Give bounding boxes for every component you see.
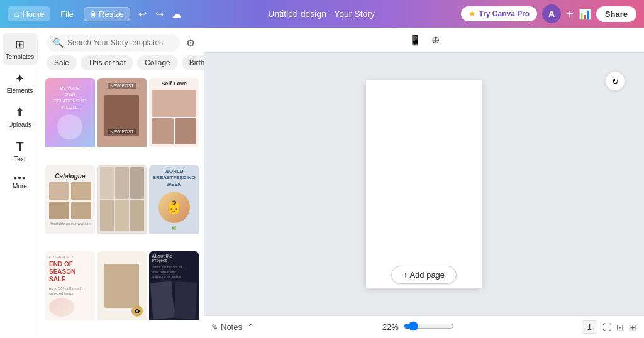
tag-birthday[interactable]: Birthday xyxy=(182,55,204,70)
canvas-page[interactable] xyxy=(366,80,482,288)
hide-panels-button[interactable]: ⌃ xyxy=(247,322,255,332)
template-card[interactable]: BE YOUROWNRELATIONSHIPMODEL xyxy=(45,78,95,162)
redo-button[interactable]: ↪ xyxy=(152,7,167,21)
tag-row: Sale This or that Collage Birthday › xyxy=(40,55,204,75)
template-card[interactable] xyxy=(97,165,147,249)
topbar: ⌂ Home File ◉ Resize ↩ ↪ ☁ Untitled desi… xyxy=(0,0,644,28)
notes-icon: ✎ xyxy=(211,322,218,332)
page-number: 1 xyxy=(582,320,597,334)
canvas-content: ↻ + Add page xyxy=(204,53,644,315)
sidebar-more-label: More xyxy=(13,183,27,190)
sidebar-item-templates[interactable]: ⊞ Templates xyxy=(3,33,38,65)
sidebar-uploads-label: Uploads xyxy=(8,121,31,128)
zoom-slider-wrap xyxy=(404,321,454,334)
sidebar-templates-label: Templates xyxy=(6,53,35,60)
undo-button[interactable]: ↩ xyxy=(135,7,150,21)
bottom-left: ✎ Notes ⌃ xyxy=(211,322,255,332)
try-canva-pro-button[interactable]: ★ Try Canva Pro xyxy=(461,6,537,21)
try-pro-label: Try Canva Pro xyxy=(479,9,530,18)
sidebar-elements-label: Elements xyxy=(7,87,33,94)
elements-icon: ✦ xyxy=(15,72,25,85)
sidebar-item-text[interactable]: T Text xyxy=(3,134,38,168)
canvas-add-button[interactable]: ⊕ xyxy=(429,31,442,48)
templates-icon: ⊞ xyxy=(15,38,25,52)
template-card[interactable]: ✿ xyxy=(97,251,147,335)
search-bar: 🔍 ⚙ xyxy=(40,28,204,55)
template-new-tag2: NEW POST xyxy=(108,129,136,134)
sidebar-item-uploads[interactable]: ⬆ Uploads xyxy=(3,101,38,133)
topbar-left: ⌂ Home File ◉ Resize ↩ ↪ ☁ xyxy=(8,6,182,21)
notes-label: Notes xyxy=(221,322,242,332)
cloud-save-button[interactable]: ☁ xyxy=(172,8,182,20)
bottom-center: 22% xyxy=(382,321,454,334)
templates-panel: 🔍 ⚙ Sale This or that Collage Birthday ›… xyxy=(40,28,204,338)
topbar-right: ★ Try Canva Pro A + 📊 Share xyxy=(461,4,636,23)
template-grid: BE YOUROWNRELATIONSHIPMODEL NEW POST NEW… xyxy=(40,75,204,338)
add-page-button[interactable]: + Add page xyxy=(391,266,457,284)
zoom-slider[interactable] xyxy=(404,321,454,331)
canvas-device-icon-button[interactable]: 📱 xyxy=(406,31,424,48)
template-card[interactable]: NEW POST NEW POST xyxy=(97,78,147,162)
design-title: Untitled design - Your Story xyxy=(268,9,375,19)
resize-icon: ◉ xyxy=(90,9,96,18)
template-card[interactable]: Self-Love xyxy=(149,78,199,162)
home-label: Home xyxy=(22,9,44,19)
grid-view-button[interactable]: ⊞ xyxy=(629,322,636,332)
search-input-wrap[interactable]: 🔍 xyxy=(47,34,180,52)
template-card[interactable]: Catalogue Available on our website xyxy=(45,165,95,249)
resize-label: Resize xyxy=(99,9,124,19)
sidebar-text-label: Text xyxy=(14,156,25,163)
home-icon: ⌂ xyxy=(14,9,19,19)
text-icon: T xyxy=(16,139,23,154)
icon-sidebar: ⊞ Templates ✦ Elements ⬆ Uploads T Text … xyxy=(0,28,40,338)
canvas-toolbar: 📱 ⊕ xyxy=(204,28,644,53)
fit-button[interactable]: ⊡ xyxy=(616,322,624,332)
sidebar-item-elements[interactable]: ✦ Elements xyxy=(3,67,38,99)
canvas-area: 📱 ⊕ ↻ + Add page ✎ Notes ⌃ 22% xyxy=(204,28,644,338)
breastfeeding-illustration: 👶 xyxy=(158,192,190,223)
pro-star-icon: ★ xyxy=(469,9,475,18)
template-card[interactable]: WORLDBREASTFEEDINGWEEK 👶 🌿 xyxy=(149,165,199,249)
more-icon: ●●● xyxy=(13,174,26,181)
bottom-right: 1 ⛶ ⊡ ⊞ xyxy=(582,320,636,334)
template-self-love-title: Self-Love xyxy=(152,80,196,87)
sidebar-item-more[interactable]: ●●● More xyxy=(3,169,38,195)
fullscreen-button[interactable]: ⛶ xyxy=(602,322,611,332)
file-menu-button[interactable]: File xyxy=(55,7,79,21)
refresh-button[interactable]: ↻ xyxy=(605,71,625,91)
add-collaborator-button[interactable]: + xyxy=(566,7,574,21)
analytics-button[interactable]: 📊 xyxy=(579,8,591,20)
zoom-level: 22% xyxy=(382,322,399,332)
uploads-icon: ⬆ xyxy=(15,106,25,119)
undo-redo-group: ↩ ↪ xyxy=(135,7,167,21)
search-input[interactable] xyxy=(67,38,174,47)
topbar-center: Untitled design - Your Story xyxy=(187,9,457,19)
share-button[interactable]: Share xyxy=(596,6,636,22)
filter-button[interactable]: ⚙ xyxy=(184,35,197,52)
template-new-tag: NEW POST xyxy=(108,83,136,89)
home-button[interactable]: ⌂ Home xyxy=(8,6,50,21)
tag-collage[interactable]: Collage xyxy=(137,55,178,70)
template-card[interactable]: About theProject Lorem ipsum dolor sitam… xyxy=(149,251,199,335)
template-card[interactable]: FLOWER & CO END OF SEASONSALE up to 50% … xyxy=(45,251,95,335)
notes-button[interactable]: ✎ Notes xyxy=(211,322,242,332)
main-area: ⊞ Templates ✦ Elements ⬆ Uploads T Text … xyxy=(0,28,644,338)
search-icon: 🔍 xyxy=(53,38,64,48)
bottom-bar: ✎ Notes ⌃ 22% 1 ⛶ ⊡ ⊞ xyxy=(204,315,644,338)
tag-this-or-that[interactable]: This or that xyxy=(80,55,133,70)
tag-sale[interactable]: Sale xyxy=(47,55,77,70)
resize-button[interactable]: ◉ Resize xyxy=(84,7,130,21)
avatar-button[interactable]: A xyxy=(542,4,561,23)
